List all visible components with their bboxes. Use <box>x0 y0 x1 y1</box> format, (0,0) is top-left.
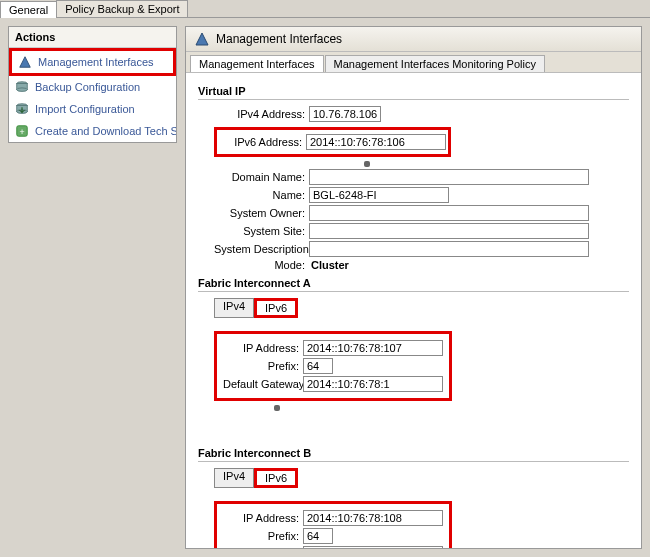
domain-name-label: Domain Name: <box>214 171 309 183</box>
sidebar-item-import-configuration[interactable]: Import Configuration <box>9 98 176 120</box>
svg-marker-0 <box>20 57 31 68</box>
content-panel: Virtual IP IPv4 Address: IPv6 Address: D… <box>186 73 641 548</box>
virtual-ip-title: Virtual IP <box>198 85 629 97</box>
mode-label: Mode: <box>214 259 309 271</box>
system-site-field[interactable] <box>309 223 589 239</box>
ipv4-address-label: IPv4 Address: <box>214 108 309 120</box>
management-icon <box>194 31 210 47</box>
name-label: Name: <box>214 189 309 201</box>
domain-name-field[interactable] <box>309 169 589 185</box>
top-tabs: General Policy Backup & Export <box>0 0 650 18</box>
fi-a-tab-ipv6[interactable]: IPv6 <box>254 298 298 318</box>
fi-a-gw-field[interactable] <box>303 376 443 392</box>
system-owner-field[interactable] <box>309 205 589 221</box>
sidebar-item-management-interfaces[interactable]: Management Interfaces <box>9 48 176 76</box>
fi-b-tab-ipv4[interactable]: IPv4 <box>214 468 254 488</box>
fi-b-title: Fabric Interconnect B <box>198 447 629 459</box>
ipv4-address-field[interactable] <box>309 106 381 122</box>
sub-tabs: Management Interfaces Management Interfa… <box>186 52 641 73</box>
fi-b-prefix-label: Prefix: <box>223 530 303 542</box>
sidebar-item-backup-configuration[interactable]: Backup Configuration <box>9 76 176 98</box>
sidebar-item-label: Create and Download Tech Supp <box>35 125 176 137</box>
subtab-management-interfaces[interactable]: Management Interfaces <box>190 55 324 72</box>
fi-a-ip-field[interactable] <box>303 340 443 356</box>
fi-a-ip-label: IP Address: <box>223 342 303 354</box>
fi-a-prefix-field[interactable] <box>303 358 333 374</box>
system-site-label: System Site: <box>214 225 309 237</box>
import-icon <box>15 102 29 116</box>
actions-header: Actions <box>9 27 176 48</box>
name-field[interactable] <box>309 187 449 203</box>
fi-a-title: Fabric Interconnect A <box>198 277 629 289</box>
fi-b-gw-field[interactable] <box>303 546 443 548</box>
system-description-label: System Description: <box>214 243 309 255</box>
fi-a-tab-ipv4[interactable]: IPv4 <box>214 298 254 318</box>
svg-text:+: + <box>19 127 24 137</box>
svg-marker-9 <box>196 33 208 45</box>
mode-value: Cluster <box>309 259 349 271</box>
page-title: Management Interfaces <box>216 32 342 46</box>
sidebar-item-label: Import Configuration <box>35 103 135 115</box>
fi-b-ip-field[interactable] <box>303 510 443 526</box>
main-panel: Management Interfaces Management Interfa… <box>185 26 642 549</box>
system-owner-label: System Owner: <box>214 207 309 219</box>
tab-general[interactable]: General <box>0 1 57 18</box>
ipv6-address-field[interactable] <box>306 134 446 150</box>
ipv6-address-label: IPv6 Address: <box>219 136 306 148</box>
tab-policy-backup-export[interactable]: Policy Backup & Export <box>56 0 188 17</box>
svg-point-3 <box>17 88 28 92</box>
slider-handle[interactable] <box>364 161 370 167</box>
sidebar-item-create-tech-support[interactable]: + Create and Download Tech Supp <box>9 120 176 142</box>
system-description-field[interactable] <box>309 241 589 257</box>
fi-b-ip-label: IP Address: <box>223 512 303 524</box>
subtab-monitoring-policy[interactable]: Management Interfaces Monitoring Policy <box>325 55 545 72</box>
sidebar-item-label: Backup Configuration <box>35 81 140 93</box>
sidebar: Actions Management Interfaces Backup Con… <box>0 18 185 557</box>
main-header: Management Interfaces <box>186 27 641 52</box>
fi-b-tab-ipv6[interactable]: IPv6 <box>254 468 298 488</box>
fi-a-gw-label: Default Gateway: <box>223 378 303 390</box>
fi-b-prefix-field[interactable] <box>303 528 333 544</box>
sidebar-item-label: Management Interfaces <box>38 56 154 68</box>
management-icon <box>18 55 32 69</box>
tech-support-icon: + <box>15 124 29 138</box>
fi-a-prefix-label: Prefix: <box>223 360 303 372</box>
backup-icon <box>15 80 29 94</box>
